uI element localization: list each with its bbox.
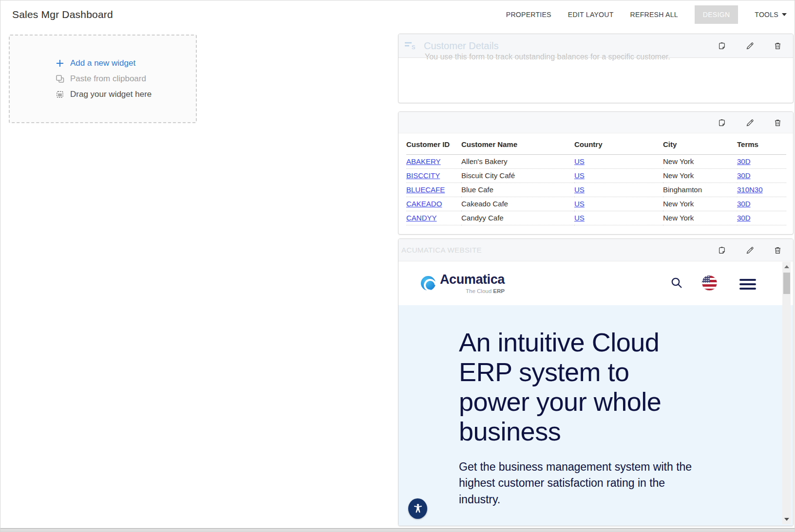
customer-name-cell: Allen's Bakery bbox=[461, 154, 574, 168]
customer-details-widget-title: s Customer Details bbox=[404, 40, 498, 52]
copy-widget-icon[interactable] bbox=[718, 118, 727, 128]
tools-menu-button[interactable]: TOOLS bbox=[755, 11, 787, 18]
delete-widget-icon[interactable] bbox=[773, 118, 782, 128]
widget-action-buttons bbox=[718, 34, 782, 57]
acumatica-website-widget: ACUMATICA WEBSITE Acumatica The Cloud ER… bbox=[398, 238, 794, 526]
plus-icon bbox=[55, 58, 65, 68]
customer-details-widget-description: You use this form to track outstanding b… bbox=[425, 53, 670, 61]
tools-label: TOOLS bbox=[755, 11, 778, 18]
table-row: CANDYY Candyy Cafe US New York 30D bbox=[406, 211, 786, 225]
paste-from-clipboard-label: Paste from clipboard bbox=[70, 74, 146, 84]
drag-widget-target[interactable]: Drag your widget here bbox=[55, 90, 196, 99]
edit-widget-icon[interactable] bbox=[745, 246, 755, 255]
column-header-customer-id[interactable]: Customer ID bbox=[406, 133, 461, 154]
accessibility-icon bbox=[412, 503, 424, 514]
scroll-down-arrow[interactable] bbox=[782, 515, 791, 523]
page-title: Sales Mgr Dashboard bbox=[12, 9, 113, 20]
copy-widget-icon[interactable] bbox=[718, 41, 727, 51]
customer-name-cell: Blue Cafe bbox=[461, 183, 574, 197]
delete-widget-icon[interactable] bbox=[773, 41, 782, 51]
table-row: BLUECAFE Blue Cafe US Binghamton 310N30 bbox=[406, 183, 786, 197]
search-icon[interactable] bbox=[670, 276, 683, 289]
customer-grid-widget: Customer ID Customer Name Country City T… bbox=[398, 111, 794, 235]
scroll-up-arrow[interactable] bbox=[782, 263, 791, 271]
accessibility-button[interactable] bbox=[408, 498, 427, 519]
country-link[interactable]: US bbox=[574, 214, 585, 222]
properties-button[interactable]: PROPERTIES bbox=[506, 11, 551, 18]
chevron-down-icon bbox=[782, 13, 787, 16]
table-header-row: Customer ID Customer Name Country City T… bbox=[406, 133, 786, 154]
add-new-widget-button[interactable]: Add a new widget bbox=[55, 58, 196, 68]
copy-icon bbox=[55, 74, 65, 84]
edit-widget-icon[interactable] bbox=[745, 118, 755, 128]
widget-action-buttons bbox=[718, 112, 782, 133]
website-hero-section: An intuitive Cloud ERP system to power y… bbox=[398, 305, 793, 526]
svg-text:s: s bbox=[412, 42, 416, 51]
customer-name-cell: Biscuit City Café bbox=[461, 168, 574, 183]
city-cell: New York bbox=[663, 197, 737, 211]
hero-heading: An intuitive Cloud ERP system to power y… bbox=[459, 328, 692, 446]
app-header: Sales Mgr Dashboard PROPERTIES EDIT LAYO… bbox=[0, 0, 795, 29]
country-link[interactable]: US bbox=[574, 185, 585, 194]
city-cell: New York bbox=[663, 168, 737, 183]
country-link[interactable]: US bbox=[574, 200, 585, 208]
form-dollar-icon: s bbox=[404, 41, 417, 51]
customer-table: Customer ID Customer Name Country City T… bbox=[406, 133, 786, 225]
table-row: ABAKERY Allen's Bakery US New York 30D bbox=[406, 154, 786, 168]
design-button[interactable]: DESIGN bbox=[695, 5, 738, 24]
table-row: BISCCITY Biscuit City Café US New York 3… bbox=[406, 168, 786, 183]
customer-id-link[interactable]: BISCCITY bbox=[406, 171, 440, 180]
terms-link[interactable]: 30D bbox=[737, 200, 751, 208]
country-link[interactable]: US bbox=[574, 157, 585, 165]
copy-widget-icon[interactable] bbox=[718, 246, 727, 255]
terms-link[interactable]: 30D bbox=[737, 214, 751, 222]
customer-id-link[interactable]: CANDYY bbox=[406, 214, 437, 222]
city-cell: New York bbox=[663, 154, 737, 168]
table-row: CAKEADO Cakeado Cafe US New York 30D bbox=[406, 197, 786, 211]
add-widget-placeholder[interactable]: Add a new widget Paste from clipboard Dr… bbox=[9, 35, 197, 123]
customer-id-link[interactable]: CAKEADO bbox=[406, 200, 442, 208]
widget-header-divider bbox=[398, 57, 793, 58]
paste-from-clipboard-button[interactable]: Paste from clipboard bbox=[55, 74, 196, 84]
edit-widget-icon[interactable] bbox=[745, 41, 755, 51]
terms-link[interactable]: 30D bbox=[737, 157, 751, 165]
add-new-widget-label: Add a new widget bbox=[70, 58, 135, 68]
customer-grid-widget-header bbox=[398, 112, 793, 133]
terms-link[interactable]: 310N30 bbox=[737, 185, 763, 194]
column-header-city[interactable]: City bbox=[663, 133, 737, 154]
dashboard-toolbar: PROPERTIES EDIT LAYOUT REFRESH ALL DESIG… bbox=[506, 5, 787, 24]
edit-layout-button[interactable]: EDIT LAYOUT bbox=[568, 11, 614, 18]
customer-details-widget: s Customer Details You use this form to … bbox=[398, 34, 794, 103]
hero-subheading: Get the business management system with … bbox=[459, 459, 706, 508]
website-scrollbar[interactable] bbox=[782, 262, 791, 524]
drag-widget-label: Drag your widget here bbox=[70, 90, 151, 99]
customer-name-cell: Cakeado Cafe bbox=[461, 197, 574, 211]
column-header-country[interactable]: Country bbox=[574, 133, 663, 154]
customer-name-cell: Candyy Cafe bbox=[461, 211, 574, 225]
website-widget-header: ACUMATICA WEBSITE bbox=[398, 239, 793, 261]
refresh-all-button[interactable]: REFRESH ALL bbox=[630, 11, 678, 18]
country-link[interactable]: US bbox=[574, 171, 585, 180]
website-navbar: Acumatica The Cloud ERP bbox=[398, 261, 793, 305]
us-flag-language-icon[interactable] bbox=[702, 275, 717, 291]
customer-id-link[interactable]: ABAKERY bbox=[406, 157, 441, 165]
city-cell: Binghamton bbox=[663, 183, 737, 197]
scrollbar-thumb[interactable] bbox=[783, 273, 790, 294]
dashboard-widgets-column: s Customer Details You use this form to … bbox=[398, 34, 794, 526]
hamburger-menu-icon[interactable] bbox=[739, 279, 756, 290]
column-header-terms[interactable]: Terms bbox=[737, 133, 786, 154]
widget-action-buttons bbox=[718, 239, 782, 261]
customer-id-link[interactable]: BLUECAFE bbox=[406, 185, 445, 194]
column-header-customer-name[interactable]: Customer Name bbox=[461, 133, 574, 154]
delete-widget-icon[interactable] bbox=[773, 246, 782, 255]
drag-grid-icon bbox=[55, 90, 65, 99]
terms-link[interactable]: 30D bbox=[737, 171, 751, 180]
website-widget-title: ACUMATICA WEBSITE bbox=[401, 246, 482, 254]
window-bottom-edge bbox=[0, 528, 795, 532]
city-cell: New York bbox=[663, 211, 737, 225]
